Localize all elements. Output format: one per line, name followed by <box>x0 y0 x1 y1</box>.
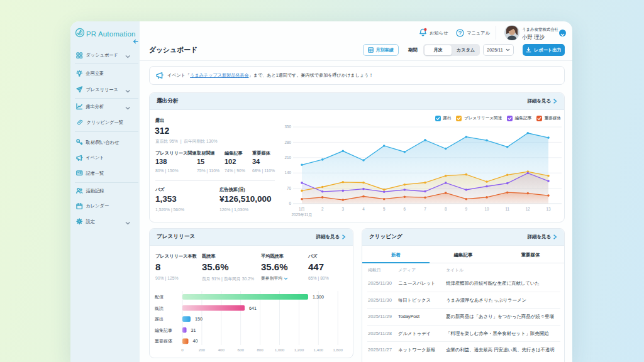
svg-text:1,400: 1,400 <box>314 348 324 352</box>
svg-text:10: 10 <box>484 207 489 211</box>
svg-text:8: 8 <box>445 207 447 211</box>
svg-text:600: 600 <box>238 348 245 352</box>
svg-text:2025年11月: 2025年11月 <box>291 212 312 217</box>
svg-text:400: 400 <box>218 348 225 352</box>
svg-text:7: 7 <box>424 207 426 211</box>
svg-text:12: 12 <box>526 207 531 211</box>
svg-text:5: 5 <box>383 207 386 211</box>
svg-text:210: 210 <box>284 155 291 160</box>
svg-text:350: 350 <box>284 124 291 129</box>
svg-text:1,000: 1,000 <box>275 348 285 352</box>
svg-text:40: 40 <box>193 338 198 344</box>
svg-text:6: 6 <box>404 207 406 211</box>
svg-text:11: 11 <box>505 207 509 211</box>
svg-text:150: 150 <box>195 316 203 322</box>
svg-text:0: 0 <box>181 348 184 352</box>
svg-text:露出: 露出 <box>155 317 164 322</box>
svg-text:配信: 配信 <box>155 295 164 300</box>
svg-text:2: 2 <box>321 207 324 211</box>
svg-text:800: 800 <box>257 348 264 352</box>
svg-text:既読: 既読 <box>155 306 164 311</box>
svg-text:0: 0 <box>289 201 291 206</box>
svg-text:9: 9 <box>465 207 468 211</box>
svg-text:1,300: 1,300 <box>313 294 324 300</box>
svg-text:31: 31 <box>191 327 196 333</box>
svg-text:編集記事: 編集記事 <box>155 328 172 333</box>
svg-text:4: 4 <box>362 207 365 211</box>
svg-text:13: 13 <box>546 207 551 211</box>
svg-text:70: 70 <box>287 186 292 190</box>
svg-text:1日: 1日 <box>299 207 305 212</box>
svg-text:3: 3 <box>342 207 345 211</box>
svg-text:1,200: 1,200 <box>294 348 304 352</box>
svg-text:200: 200 <box>199 348 206 352</box>
svg-text:重要媒体: 重要媒体 <box>155 339 172 344</box>
svg-text:140: 140 <box>284 170 291 175</box>
svg-text:641: 641 <box>249 305 257 311</box>
svg-text:1,600: 1,600 <box>333 348 343 352</box>
svg-text:280: 280 <box>284 140 291 145</box>
